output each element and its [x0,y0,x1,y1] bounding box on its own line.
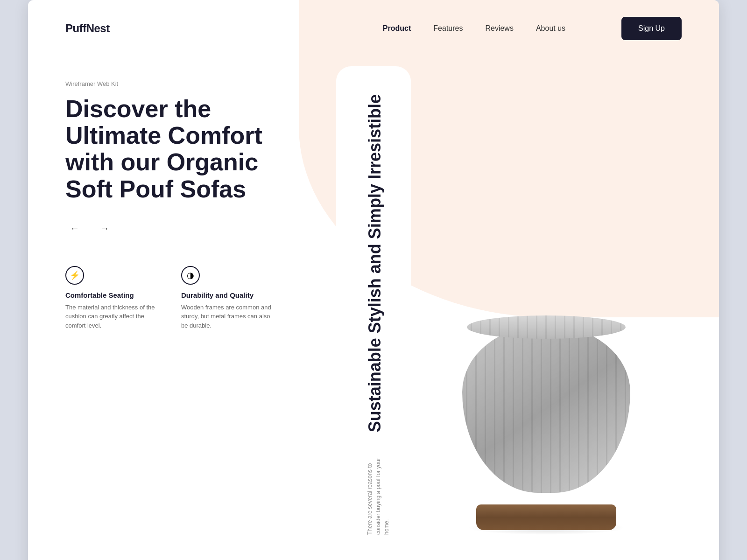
carousel-controls: ← → [65,219,336,238]
vertical-sub: There are several reasons to consider bu… [366,441,391,535]
durability-desc: Wooden frames are common and sturdy, but… [181,303,275,330]
browser-frame: PuffNest Product Features Reviews About … [28,0,719,560]
pouf-base [476,504,616,530]
product-image-area [411,66,682,535]
signup-button[interactable]: Sign Up [621,17,682,40]
feature-comfortable: ⚡ Comfortable Seating The material and t… [65,266,159,330]
feature-durability: ◑ Durability and Quality Wooden frames a… [181,266,275,330]
durability-title: Durability and Quality [181,291,275,299]
nav-features[interactable]: Features [433,24,463,33]
comfortable-desc: The material and thickness of the cushio… [65,303,159,330]
pouf-ribs [462,325,630,493]
nav-reviews[interactable]: Reviews [485,24,513,33]
nav-product[interactable]: Product [383,24,411,33]
next-arrow[interactable]: → [95,219,114,238]
pouf-product [448,311,644,535]
kit-label: Wireframer Web Kit [65,80,336,87]
vertical-heading: Sustainable Stylish and Simply Irresisti… [366,94,384,432]
hero-title: Discover the Ultimate Comfort with our O… [65,96,308,203]
features-row: ⚡ Comfortable Seating The material and t… [65,266,336,330]
half-circle-icon: ◑ [187,270,194,280]
comfortable-title: Comfortable Seating [65,291,159,299]
bolt-icon: ⚡ [70,270,80,280]
comfortable-icon: ⚡ [65,266,84,285]
durability-icon: ◑ [181,266,200,285]
hero-section: Wireframer Web Kit Discover the Ultimate… [28,57,719,560]
pouf-lid-ribs [467,315,626,339]
navbar: PuffNest Product Features Reviews About … [28,0,719,57]
pouf-body [462,325,630,493]
hero-content: Wireframer Web Kit Discover the Ultimate… [65,66,336,535]
pouf-lid [467,315,626,339]
vertical-text-group: Sustainable Stylish and Simply Irresisti… [356,76,391,535]
brand-logo: PuffNest [65,22,110,35]
nav-about[interactable]: About us [536,24,565,33]
vertical-text-section: Sustainable Stylish and Simply Irresisti… [336,66,411,535]
prev-arrow[interactable]: ← [65,219,84,238]
nav-links: Product Features Reviews About us [383,24,565,33]
